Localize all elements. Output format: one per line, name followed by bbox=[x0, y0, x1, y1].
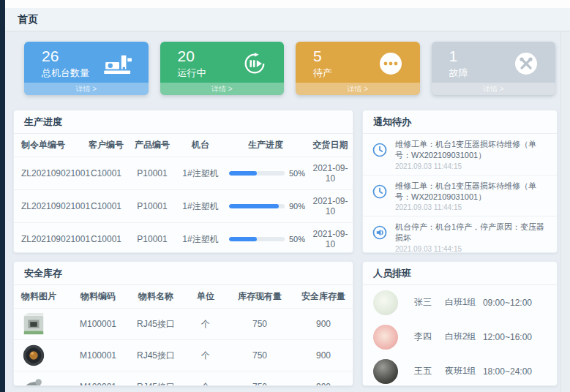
stock-qty: 750 bbox=[227, 340, 293, 372]
detail-link[interactable]: 详情 > bbox=[24, 83, 149, 95]
tab-bar: 首页 bbox=[5, 8, 570, 31]
speaker-cone-image bbox=[21, 374, 46, 386]
stat-label: 故障 bbox=[449, 67, 468, 80]
material-name: RJ45接口 bbox=[127, 340, 184, 372]
column-header: 生产进度 bbox=[225, 134, 307, 157]
safety-qty: 900 bbox=[293, 309, 353, 340]
person-shift: 白班1组 bbox=[445, 296, 483, 309]
stat-label: 待产 bbox=[313, 67, 332, 80]
material-image-cell bbox=[14, 340, 69, 372]
person-time-range: 12:00~16:00 bbox=[483, 332, 547, 342]
avatar bbox=[373, 290, 398, 315]
column-header: 物料编码 bbox=[69, 285, 127, 309]
column-header: 制令单编号 bbox=[14, 134, 84, 157]
column-header: 库存现有量 bbox=[227, 285, 293, 309]
table-row: ZL202109021001 C10001 P10001 1#注塑机 50% 2… bbox=[14, 157, 353, 190]
speaker-icon bbox=[372, 222, 389, 253]
stat-card-body: 5 待产 bbox=[296, 42, 420, 83]
notification-item[interactable]: 机台停产：机台1停产，停产原因：变压器损坏 2021.09.03 11:44:1… bbox=[363, 216, 557, 253]
round-connector-image bbox=[21, 343, 46, 368]
stat-value: 26 bbox=[42, 48, 89, 64]
detail-link[interactable]: 详情 > bbox=[296, 83, 420, 95]
unit: 个 bbox=[184, 372, 227, 387]
column-header: 物料图片 bbox=[14, 285, 69, 309]
machine: 1#注塑机 bbox=[176, 157, 225, 190]
safety-inventory-panel: 安全库存 物料图片 物料编码 物料名称 单位 库存现有量 安全库存量 bbox=[13, 261, 353, 386]
stat-card-text: 26 总机台数量 bbox=[42, 48, 89, 80]
stat-value: 20 bbox=[178, 48, 206, 64]
delivery-date: 2021-09-10 bbox=[307, 157, 353, 190]
stat-card-body: 26 总机台数量 bbox=[24, 42, 149, 83]
column-header: 物料名称 bbox=[127, 285, 184, 309]
material-code: M100001 bbox=[69, 340, 127, 372]
notification-text: 维修工单：机台1变压器损坏待维修（单号：WX202109031001） bbox=[395, 139, 548, 161]
clock-icon bbox=[372, 181, 389, 212]
detail-link[interactable]: 详情 > bbox=[432, 83, 556, 95]
customer-no: C10001 bbox=[84, 157, 128, 190]
machine-icon bbox=[103, 52, 135, 75]
stat-label: 总机台数量 bbox=[42, 67, 89, 80]
tab-home[interactable]: 首页 bbox=[18, 13, 38, 26]
stat-card-text: 20 运行中 bbox=[178, 48, 206, 80]
ellipsis-icon bbox=[375, 51, 407, 76]
table-header-row: 制令单编号 客户编号 产品编号 机台 生产进度 交货日期 bbox=[14, 134, 353, 157]
material-image-cell bbox=[14, 372, 69, 387]
progress-label: 50% bbox=[289, 235, 305, 244]
product-no: P10001 bbox=[128, 190, 176, 223]
machine: 1#注塑机 bbox=[176, 223, 225, 254]
tools-icon bbox=[510, 51, 542, 76]
progress-label: 50% bbox=[289, 169, 305, 178]
person-time-range: 18:00~24:00 bbox=[483, 366, 547, 377]
stat-card-running: 20 运行中 详情 > bbox=[160, 42, 285, 95]
notification-text: 机台停产：机台1停产，停产原因：变压器损坏 bbox=[395, 222, 548, 244]
table-header-row: 物料图片 物料编码 物料名称 单位 库存现有量 安全库存量 bbox=[14, 285, 353, 309]
personnel-schedule-panel: 人员排班 张三 白班1组 09:00~12:00 李四 白班2组 12:00~1… bbox=[362, 261, 558, 386]
notification-text: 维修工单：机台1变压器损坏待维修（单号：WX202109031001） bbox=[395, 181, 548, 203]
table-row: M100001 RJ45接口 个 750 900 bbox=[14, 372, 353, 387]
rj45-connector-image bbox=[21, 312, 46, 336]
production-progress-panel: 生产进度 制令单编号 客户编号 产品编号 机台 生产进度 交货日期 ZL2021… bbox=[13, 110, 353, 253]
stat-card-text: 1 故障 bbox=[449, 48, 468, 80]
panel-title: 生产进度 bbox=[14, 110, 353, 134]
column-header: 机台 bbox=[176, 134, 225, 157]
machine: 1#注塑机 bbox=[176, 190, 225, 223]
order-no: ZL202109021001 bbox=[14, 190, 84, 223]
customer-no: C10001 bbox=[84, 223, 128, 254]
table-row: M100001 RJ45接口 个 750 900 bbox=[14, 340, 353, 372]
production-table: 制令单编号 客户编号 产品编号 机台 生产进度 交货日期 ZL202109021… bbox=[14, 134, 353, 253]
detail-link[interactable]: 详情 > bbox=[160, 83, 285, 95]
personnel-row: 张三 白班1组 09:00~12:00 bbox=[363, 285, 557, 320]
notification-item[interactable]: 维修工单：机台1变压器损坏待维修（单号：WX202109031001） 2021… bbox=[363, 176, 557, 217]
stat-label: 运行中 bbox=[178, 67, 206, 80]
person-name: 王五 bbox=[414, 365, 445, 377]
notification-body: 机台停产：机台1停产，停产原因：变压器损坏 2021.09.03 11:44:1… bbox=[395, 222, 548, 253]
stat-card-body: 1 故障 bbox=[432, 42, 556, 83]
stat-value: 1 bbox=[449, 48, 468, 64]
material-code: M100001 bbox=[69, 372, 127, 387]
product-no: P10001 bbox=[128, 157, 176, 190]
column-header: 单位 bbox=[184, 285, 227, 309]
progress-bar bbox=[229, 237, 285, 241]
column-header: 安全库存量 bbox=[293, 285, 353, 309]
safety-qty: 900 bbox=[293, 340, 353, 372]
notification-item[interactable]: 维修工单：机台1变压器损坏待维修（单号：WX202109031001） 2021… bbox=[363, 134, 557, 176]
progress-bar bbox=[229, 204, 285, 208]
delivery-date: 2021-09-10 bbox=[307, 190, 353, 223]
panel-title: 人员排班 bbox=[363, 262, 557, 285]
notifications-panel: 通知待办 维修工单：机台1变压器损坏待维修（单号：WX202109031001）… bbox=[362, 110, 558, 253]
stat-cards-row: 26 总机台数量 详情 > 20 运行中 bbox=[24, 42, 555, 95]
stat-card-total-machines: 26 总机台数量 详情 > bbox=[24, 42, 149, 95]
progress-bar bbox=[229, 171, 285, 176]
clock-icon bbox=[372, 139, 389, 170]
notification-body: 维修工单：机台1变压器损坏待维修（单号：WX202109031001） 2021… bbox=[395, 139, 548, 170]
vertical-scrollbar[interactable] bbox=[560, 32, 570, 392]
unit: 个 bbox=[184, 309, 227, 340]
column-header: 交货日期 bbox=[307, 134, 353, 157]
avatar bbox=[373, 359, 398, 384]
person-name: 张三 bbox=[414, 296, 445, 309]
order-no: ZL202109021001 bbox=[14, 223, 84, 254]
top-bar bbox=[5, 0, 570, 8]
notification-time: 2021.09.03 11:44:15 bbox=[395, 162, 548, 170]
order-no: ZL202109021001 bbox=[14, 157, 84, 190]
panel-title: 通知待办 bbox=[363, 110, 557, 134]
